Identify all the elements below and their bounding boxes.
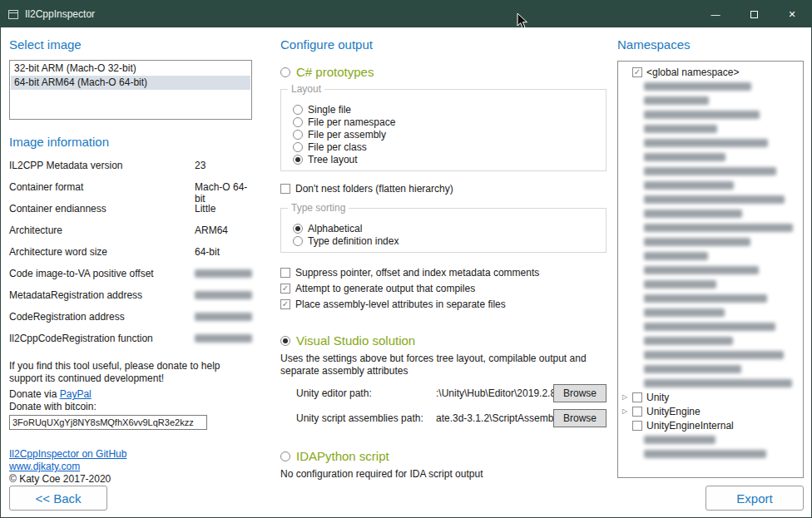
redacted-namespace: [644, 351, 784, 359]
expander-icon[interactable]: ▷: [622, 393, 632, 401]
ida-radio[interactable]: [280, 451, 290, 461]
namespace-checkbox[interactable]: [632, 392, 642, 402]
namespace-item[interactable]: ▷: [618, 277, 803, 291]
layout-options: Single file File per namespace File per …: [288, 103, 599, 165]
layout-radio[interactable]: [293, 142, 303, 152]
expander-icon[interactable]: ▷: [622, 407, 632, 415]
layout-radio[interactable]: [293, 117, 303, 127]
sorting-option[interactable]: Alphabetical: [293, 222, 599, 234]
sorting-radio[interactable]: [293, 236, 303, 246]
namespace-item[interactable]: ▷: [618, 79, 803, 93]
namespace-item[interactable]: ▷ UnityEngine: [618, 404, 803, 418]
namespace-item[interactable]: ▷: [618, 376, 803, 390]
namespace-item[interactable]: ▷: [618, 348, 803, 362]
namespace-item[interactable]: ▷: [618, 93, 803, 107]
redacted-namespace: [644, 153, 725, 161]
layout-option[interactable]: File per assembly: [293, 128, 599, 141]
namespace-item[interactable]: ▷: [618, 362, 803, 376]
left-panel: Select image 32-bit ARM (Mach-O 32-bit) …: [9, 27, 252, 517]
namespace-item[interactable]: ▷: [618, 446, 803, 461]
info-label: Il2CppCodeRegistration function: [9, 333, 195, 344]
minimize-button[interactable]: —: [696, 1, 735, 27]
option-checkbox[interactable]: [280, 299, 290, 309]
info-row: Architecture ARM64: [9, 224, 252, 246]
namespace-item[interactable]: ▷ Unity: [618, 390, 803, 404]
bitcoin-label: Donate with bitcoin:: [9, 401, 252, 413]
unity-editor-path-row: Unity editor path: :\Unity\Hub\Editor\20…: [296, 384, 607, 402]
layout-option[interactable]: File per namespace: [293, 116, 599, 128]
sorting-option-label: Alphabetical: [308, 223, 362, 234]
namespace-item[interactable]: ▷: [618, 234, 803, 249]
namespace-item[interactable]: ▷: [618, 192, 803, 206]
vs-radio[interactable]: [280, 336, 290, 346]
option-checkbox-label: Attempt to generate output that compiles: [295, 283, 475, 294]
namespace-item[interactable]: ▷ <global namespace>: [618, 65, 803, 79]
namespace-item[interactable]: ▷: [618, 164, 803, 178]
namespace-item[interactable]: ▷: [618, 136, 803, 150]
namespace-checkbox[interactable]: [632, 407, 642, 417]
namespace-item[interactable]: ▷: [618, 220, 803, 234]
unity-assemblies-path-row: Unity script assemblies path: ate.3d-3.1…: [296, 409, 607, 427]
csharp-radio[interactable]: [280, 67, 290, 77]
flatten-checkbox-label: Don't nest folders (flatten hierarchy): [295, 183, 453, 195]
namespace-item[interactable]: ▷: [618, 333, 803, 348]
redacted-namespace: [644, 111, 760, 119]
option-visual-studio-solution[interactable]: Visual Studio solution: [280, 333, 609, 348]
option-checkbox-row[interactable]: Attempt to generate output that compiles: [280, 280, 609, 296]
export-button[interactable]: Export: [706, 486, 804, 511]
namespace-item[interactable]: ▷: [618, 206, 803, 220]
layout-option[interactable]: Single file: [293, 103, 599, 116]
content: Select image 32-bit ARM (Mach-O 32-bit) …: [1, 27, 811, 517]
browse-unity-editor-button[interactable]: Browse: [553, 384, 607, 402]
option-idapython-script[interactable]: IDAPython script: [280, 449, 609, 463]
layout-radio[interactable]: [293, 130, 303, 140]
namespace-item[interactable]: ▷: [618, 432, 803, 446]
website-link[interactable]: www.djkaty.com: [9, 461, 252, 473]
image-listbox[interactable]: 32-bit ARM (Mach-O 32-bit) 64-bit ARM64 …: [9, 60, 252, 120]
paypal-link[interactable]: PayPal: [60, 388, 92, 400]
namespace-item[interactable]: ▷: [618, 150, 803, 164]
layout-option[interactable]: File per class: [293, 141, 599, 153]
maximize-button[interactable]: [735, 1, 773, 27]
namespace-item[interactable]: ▷: [618, 291, 803, 305]
app-window: Il2CppInspector — ✕ Select image 32-bit …: [0, 0, 812, 518]
namespace-item[interactable]: ▷: [618, 178, 803, 192]
option-checkbox-row[interactable]: Place assembly-level attributes in separ…: [280, 296, 609, 312]
sorting-option[interactable]: Type definition index: [293, 234, 599, 247]
output-option-checkboxes: Suppress pointer, offset and index metad…: [280, 264, 609, 312]
option-checkbox[interactable]: [280, 284, 290, 294]
layout-radio[interactable]: [293, 155, 303, 165]
info-row: CodeRegistration address: [9, 311, 252, 333]
back-button[interactable]: << Back: [9, 486, 107, 511]
option-csharp-prototypes[interactable]: C# prototypes: [280, 65, 609, 79]
sorting-options: Alphabetical Type definition index: [288, 222, 599, 247]
layout-groupbox: Layout Single file File per namespace: [280, 89, 607, 171]
layout-radio[interactable]: [293, 105, 303, 115]
namespace-item[interactable]: ▷ UnityEngineInternal: [618, 418, 803, 432]
redacted-value: [195, 269, 252, 278]
layout-option-label: Tree layout: [308, 154, 358, 165]
option-checkbox[interactable]: [280, 268, 290, 278]
bitcoin-address-input[interactable]: [9, 415, 207, 430]
sorting-radio[interactable]: [293, 224, 303, 234]
option-checkbox-row[interactable]: Suppress pointer, offset and index metad…: [280, 264, 609, 280]
namespace-item[interactable]: ▷: [618, 121, 803, 136]
close-button[interactable]: ✕: [773, 1, 811, 27]
image-list-item[interactable]: 64-bit ARM64 (Mach-O 64-bit): [11, 76, 250, 90]
info-row: Container format Mach-O 64-bit: [9, 181, 252, 203]
flatten-checkbox[interactable]: [280, 184, 290, 194]
namespace-item[interactable]: ▷: [618, 305, 803, 319]
namespace-item[interactable]: ▷: [618, 319, 803, 333]
layout-option[interactable]: Tree layout: [293, 153, 599, 165]
flatten-checkbox-row[interactable]: Don't nest folders (flatten hierarchy): [280, 183, 609, 195]
namespaces-tree[interactable]: ▷ <global namespace> ▷ ▷: [617, 61, 804, 478]
namespace-checkbox[interactable]: [632, 67, 642, 77]
namespace-checkbox[interactable]: [632, 421, 642, 431]
browse-unity-assemblies-button[interactable]: Browse: [553, 409, 607, 427]
namespace-item[interactable]: ▷: [618, 107, 803, 121]
github-link[interactable]: Il2CppInspector on GitHub: [9, 448, 252, 461]
namespace-item[interactable]: ▷: [618, 249, 803, 263]
info-label: Architecture word size: [9, 246, 195, 258]
image-list-item[interactable]: 32-bit ARM (Mach-O 32-bit): [11, 62, 250, 76]
namespace-item[interactable]: ▷: [618, 263, 803, 277]
